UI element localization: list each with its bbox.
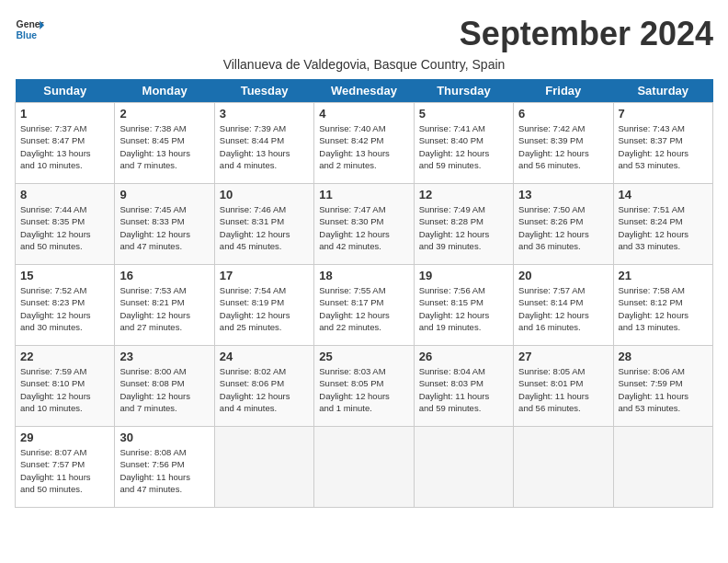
day-number: 4 — [319, 107, 408, 121]
calendar-day: 23Sunrise: 8:00 AM Sunset: 8:08 PM Dayli… — [115, 346, 214, 427]
header-thursday: Thursday — [414, 79, 513, 103]
day-info: Sunrise: 7:43 AM Sunset: 8:37 PM Dayligh… — [619, 122, 708, 171]
day-number: 24 — [220, 350, 309, 363]
calendar-day: 27Sunrise: 8:05 AM Sunset: 8:01 PM Dayli… — [514, 346, 613, 427]
day-number: 12 — [419, 188, 508, 201]
calendar-day: 19Sunrise: 7:56 AM Sunset: 8:15 PM Dayli… — [414, 265, 513, 346]
calendar-day: 14Sunrise: 7:51 AM Sunset: 8:24 PM Dayli… — [613, 184, 712, 265]
calendar-day: 4Sunrise: 7:40 AM Sunset: 8:42 PM Daylig… — [314, 103, 414, 184]
day-info: Sunrise: 8:05 AM Sunset: 8:01 PM Dayligh… — [518, 365, 608, 414]
day-number: 3 — [220, 107, 309, 121]
day-info: Sunrise: 7:51 AM Sunset: 8:24 PM Dayligh… — [619, 203, 708, 252]
day-info: Sunrise: 7:41 AM Sunset: 8:40 PM Dayligh… — [419, 122, 508, 171]
day-info: Sunrise: 7:38 AM Sunset: 8:45 PM Dayligh… — [119, 122, 209, 171]
day-number: 5 — [419, 107, 508, 121]
header-monday: Monday — [115, 79, 214, 103]
subtitle: Villanueva de Valdegovia, Basque Country… — [15, 57, 713, 72]
calendar-day: 22Sunrise: 7:59 AM Sunset: 8:10 PM Dayli… — [16, 346, 115, 427]
calendar-day: 7Sunrise: 7:43 AM Sunset: 8:37 PM Daylig… — [613, 103, 712, 184]
day-info: Sunrise: 7:49 AM Sunset: 8:28 PM Dayligh… — [419, 203, 508, 252]
day-info: Sunrise: 8:04 AM Sunset: 8:03 PM Dayligh… — [419, 365, 508, 414]
calendar-day: 11Sunrise: 7:47 AM Sunset: 8:30 PM Dayli… — [314, 184, 414, 265]
calendar-week-5: 29Sunrise: 8:07 AM Sunset: 7:57 PM Dayli… — [16, 427, 713, 508]
day-info: Sunrise: 7:53 AM Sunset: 8:21 PM Dayligh… — [119, 284, 209, 333]
day-info: Sunrise: 7:40 AM Sunset: 8:42 PM Dayligh… — [319, 122, 408, 171]
calendar-day: 28Sunrise: 8:06 AM Sunset: 7:59 PM Dayli… — [613, 346, 712, 427]
day-number: 30 — [119, 431, 209, 444]
day-info: Sunrise: 8:06 AM Sunset: 7:59 PM Dayligh… — [619, 365, 708, 414]
calendar-day: 10Sunrise: 7:46 AM Sunset: 8:31 PM Dayli… — [214, 184, 313, 265]
svg-text:Blue: Blue — [17, 30, 38, 40]
day-number: 17 — [220, 269, 309, 282]
day-info: Sunrise: 7:45 AM Sunset: 8:33 PM Dayligh… — [119, 203, 209, 252]
day-info: Sunrise: 8:00 AM Sunset: 8:08 PM Dayligh… — [119, 365, 209, 414]
calendar-day: 29Sunrise: 8:07 AM Sunset: 7:57 PM Dayli… — [16, 427, 115, 508]
calendar-day: 30Sunrise: 8:08 AM Sunset: 7:56 PM Dayli… — [115, 427, 214, 508]
calendar-day — [214, 427, 313, 508]
day-info: Sunrise: 8:07 AM Sunset: 7:57 PM Dayligh… — [20, 446, 109, 495]
day-number: 21 — [619, 269, 708, 282]
day-number: 9 — [119, 188, 209, 201]
day-info: Sunrise: 7:56 AM Sunset: 8:15 PM Dayligh… — [419, 284, 508, 333]
calendar-day — [414, 427, 513, 508]
day-number: 7 — [619, 107, 708, 121]
day-number: 6 — [518, 107, 608, 121]
day-info: Sunrise: 7:52 AM Sunset: 8:23 PM Dayligh… — [20, 284, 109, 333]
calendar-day — [314, 427, 414, 508]
calendar-week-4: 22Sunrise: 7:59 AM Sunset: 8:10 PM Dayli… — [16, 346, 713, 427]
day-number: 15 — [20, 269, 109, 282]
day-info: Sunrise: 7:54 AM Sunset: 8:19 PM Dayligh… — [220, 284, 309, 333]
day-number: 25 — [319, 350, 408, 363]
calendar-week-3: 15Sunrise: 7:52 AM Sunset: 8:23 PM Dayli… — [16, 265, 713, 346]
day-info: Sunrise: 7:59 AM Sunset: 8:10 PM Dayligh… — [20, 365, 109, 414]
day-info: Sunrise: 8:03 AM Sunset: 8:05 PM Dayligh… — [319, 365, 408, 414]
day-number: 20 — [518, 269, 608, 282]
day-number: 1 — [20, 107, 109, 121]
calendar-day: 18Sunrise: 7:55 AM Sunset: 8:17 PM Dayli… — [314, 265, 414, 346]
calendar-day: 12Sunrise: 7:49 AM Sunset: 8:28 PM Dayli… — [414, 184, 513, 265]
day-number: 23 — [119, 350, 209, 363]
calendar-day — [613, 427, 712, 508]
header-tuesday: Tuesday — [214, 79, 313, 103]
day-info: Sunrise: 7:55 AM Sunset: 8:17 PM Dayligh… — [319, 284, 408, 333]
day-info: Sunrise: 7:47 AM Sunset: 8:30 PM Dayligh… — [319, 203, 408, 252]
calendar-day — [514, 427, 613, 508]
day-info: Sunrise: 8:02 AM Sunset: 8:06 PM Dayligh… — [220, 365, 309, 414]
calendar-day: 6Sunrise: 7:42 AM Sunset: 8:39 PM Daylig… — [514, 103, 613, 184]
day-number: 16 — [119, 269, 209, 282]
day-info: Sunrise: 7:50 AM Sunset: 8:26 PM Dayligh… — [518, 203, 608, 252]
day-number: 13 — [518, 188, 608, 201]
calendar-day: 26Sunrise: 8:04 AM Sunset: 8:03 PM Dayli… — [414, 346, 513, 427]
day-info: Sunrise: 8:08 AM Sunset: 7:56 PM Dayligh… — [119, 446, 209, 495]
header-sunday: Sunday — [16, 79, 115, 103]
month-title: September 2024 — [460, 15, 713, 53]
calendar-day: 3Sunrise: 7:39 AM Sunset: 8:44 PM Daylig… — [214, 103, 313, 184]
calendar-day: 8Sunrise: 7:44 AM Sunset: 8:35 PM Daylig… — [16, 184, 115, 265]
day-number: 28 — [619, 350, 708, 363]
logo-icon: General Blue — [15, 15, 44, 44]
day-info: Sunrise: 7:57 AM Sunset: 8:14 PM Dayligh… — [518, 284, 608, 333]
day-info: Sunrise: 7:42 AM Sunset: 8:39 PM Dayligh… — [518, 122, 608, 171]
day-number: 14 — [619, 188, 708, 201]
header-wednesday: Wednesday — [314, 79, 414, 103]
calendar-day: 16Sunrise: 7:53 AM Sunset: 8:21 PM Dayli… — [115, 265, 214, 346]
day-number: 27 — [518, 350, 608, 363]
calendar-week-1: 1Sunrise: 7:37 AM Sunset: 8:47 PM Daylig… — [16, 103, 713, 184]
day-number: 10 — [220, 188, 309, 201]
calendar-header-row: Sunday Monday Tuesday Wednesday Thursday… — [16, 79, 713, 103]
day-info: Sunrise: 7:44 AM Sunset: 8:35 PM Dayligh… — [20, 203, 109, 252]
calendar-table: Sunday Monday Tuesday Wednesday Thursday… — [15, 79, 713, 508]
day-number: 19 — [419, 269, 508, 282]
header-friday: Friday — [514, 79, 613, 103]
calendar-week-2: 8Sunrise: 7:44 AM Sunset: 8:35 PM Daylig… — [16, 184, 713, 265]
day-number: 18 — [319, 269, 408, 282]
day-info: Sunrise: 7:39 AM Sunset: 8:44 PM Dayligh… — [220, 122, 309, 171]
page-wrapper: General Blue September 2024 Villanueva d… — [15, 15, 713, 508]
header-saturday: Saturday — [613, 79, 712, 103]
title-section: September 2024 — [460, 15, 713, 53]
day-info: Sunrise: 7:46 AM Sunset: 8:31 PM Dayligh… — [220, 203, 309, 252]
calendar-day: 17Sunrise: 7:54 AM Sunset: 8:19 PM Dayli… — [214, 265, 313, 346]
day-number: 29 — [20, 431, 109, 444]
calendar-day: 9Sunrise: 7:45 AM Sunset: 8:33 PM Daylig… — [115, 184, 214, 265]
logo: General Blue — [15, 15, 44, 44]
